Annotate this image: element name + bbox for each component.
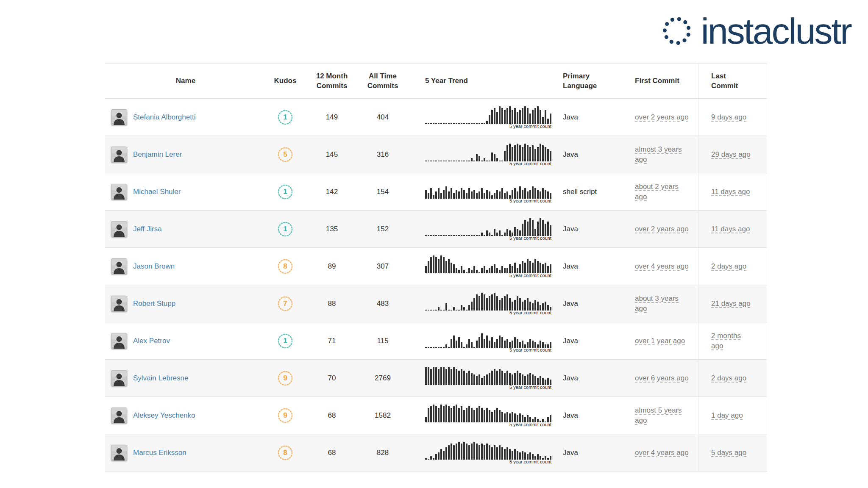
all-time-commits: 828 — [359, 434, 406, 471]
kudos-number: 8 — [283, 449, 287, 457]
trend-cell: 5 year commit count — [425, 329, 551, 352]
trend-sparkline — [425, 217, 551, 236]
instaclustr-logo: instaclustr — [660, 13, 851, 49]
avatar[interactable] — [111, 333, 127, 349]
avatar[interactable] — [111, 258, 127, 274]
column-header-12-month-commits: 12 Month Commits — [313, 72, 351, 91]
twelve-month-commits: 68 — [304, 397, 359, 434]
column-header-name: Name — [176, 76, 195, 86]
all-time-commits: 152 — [359, 211, 406, 247]
table-row: Stefania Alborghetti 1 149 404 5 year co… — [105, 99, 767, 136]
kudos-badge: 1 — [276, 220, 295, 238]
trend-sparkline — [425, 143, 551, 161]
kudos-badge: 1 — [276, 332, 295, 350]
trend-sparkline — [425, 292, 551, 311]
trend-caption: 5 year commit count — [509, 385, 551, 390]
primary-language: Java — [554, 136, 618, 173]
all-time-commits: 1582 — [359, 397, 406, 434]
contributor-name-link[interactable]: Alex Petrov — [133, 337, 170, 345]
all-time-commits: 154 — [359, 173, 406, 210]
contributor-name-link[interactable]: Marcus Eriksson — [133, 449, 186, 457]
avatar[interactable] — [111, 147, 127, 163]
trend-sparkline — [425, 105, 551, 124]
table-body: Stefania Alborghetti 1 149 404 5 year co… — [105, 99, 767, 471]
first-commit-link[interactable]: over 4 years ago — [635, 448, 689, 458]
contributor-name-link[interactable]: Jeff Jirsa — [133, 225, 162, 233]
all-time-commits: 404 — [359, 99, 406, 136]
last-commit-link[interactable]: 2 days ago — [711, 261, 746, 272]
twelve-month-commits: 68 — [304, 434, 359, 471]
twelve-month-commits: 71 — [304, 322, 359, 359]
trend-caption: 5 year commit count — [509, 460, 551, 464]
table-row: Jason Brown 8 89 307 5 year commit count… — [105, 248, 767, 285]
kudos-number: 1 — [283, 188, 287, 196]
kudos-number: 9 — [283, 374, 287, 383]
instaclustr-logo-icon — [660, 14, 693, 47]
all-time-commits: 316 — [359, 136, 406, 173]
trend-caption: 5 year commit count — [509, 124, 551, 129]
twelve-month-commits: 89 — [304, 248, 359, 285]
kudos-badge: 7 — [276, 294, 295, 313]
primary-language: shell script — [554, 173, 618, 210]
trend-sparkline — [425, 441, 551, 460]
twelve-month-commits: 149 — [304, 99, 359, 136]
column-header-kudos: Kudos — [274, 76, 297, 86]
first-commit-link[interactable]: over 2 years ago — [635, 224, 689, 234]
trend-caption: 5 year commit count — [509, 161, 551, 166]
first-commit-link[interactable]: about 3 years ago — [635, 294, 691, 314]
avatar[interactable] — [111, 408, 127, 424]
trend-cell: 5 year commit count — [425, 105, 551, 129]
table-row: Michael Shuler 1 142 154 5 year commit c… — [105, 173, 767, 211]
last-commit-link[interactable]: 11 days ago — [711, 224, 750, 234]
avatar[interactable] — [111, 445, 127, 461]
primary-language: Java — [554, 285, 618, 322]
avatar[interactable] — [111, 184, 127, 200]
contributor-name-link[interactable]: Stefania Alborghetti — [133, 113, 195, 122]
last-commit-link[interactable]: 2 days ago — [711, 373, 746, 383]
contributor-name-link[interactable]: Robert Stupp — [133, 299, 175, 308]
last-commit-link[interactable]: 2 months ago — [711, 331, 752, 351]
kudos-number: 1 — [283, 337, 287, 345]
twelve-month-commits: 88 — [304, 285, 359, 322]
column-header-all-time-commits: All Time Commits — [366, 72, 400, 91]
table-row: Benjamin Lerer 5 145 316 5 year commit c… — [105, 136, 767, 173]
last-commit-link[interactable]: 1 day ago — [711, 410, 743, 421]
last-commit-link[interactable]: 11 days ago — [711, 187, 750, 197]
last-commit-link[interactable]: 9 days ago — [711, 112, 746, 122]
primary-language: Java — [554, 322, 618, 359]
contributor-name-link[interactable]: Benjamin Lerer — [133, 150, 182, 159]
last-commit-link[interactable]: 5 days ago — [711, 448, 746, 458]
contributor-name-link[interactable]: Sylvain Lebresne — [133, 374, 188, 383]
primary-language: Java — [554, 211, 618, 247]
first-commit-link[interactable]: almost 5 years ago — [635, 405, 691, 426]
trend-cell: 5 year commit count — [425, 366, 551, 390]
table-header: Name Kudos 12 Month Commits All Time Com… — [105, 64, 767, 99]
contributor-name-link[interactable]: Aleksey Yeschenko — [133, 411, 195, 420]
table-row: Jeff Jirsa 1 135 152 5 year commit count… — [105, 211, 767, 248]
column-header-first-commit: First Commit — [635, 76, 679, 86]
first-commit-link[interactable]: over 6 years ago — [635, 373, 689, 383]
table-row: Alex Petrov 1 71 115 5 year commit count… — [105, 322, 767, 360]
trend-cell: 5 year commit count — [425, 404, 551, 427]
first-commit-link[interactable]: about 2 years ago — [635, 182, 691, 202]
first-commit-link[interactable]: over 4 years ago — [635, 261, 689, 272]
table-row: Aleksey Yeschenko 9 68 1582 5 year commi… — [105, 397, 767, 434]
first-commit-link[interactable]: over 2 years ago — [635, 112, 689, 122]
primary-language: Java — [554, 397, 618, 434]
primary-language: Java — [554, 434, 618, 471]
trend-cell: 5 year commit count — [425, 441, 551, 464]
last-commit-link[interactable]: 29 days ago — [711, 150, 751, 160]
first-commit-link[interactable]: over 1 year ago — [635, 336, 685, 346]
last-commit-link[interactable]: 21 days ago — [711, 299, 751, 309]
avatar[interactable] — [111, 109, 127, 125]
kudos-badge: 1 — [276, 183, 295, 201]
all-time-commits: 483 — [359, 285, 406, 322]
avatar[interactable] — [111, 221, 127, 237]
avatar[interactable] — [111, 296, 127, 312]
all-time-commits: 307 — [359, 248, 406, 285]
contributor-name-link[interactable]: Jason Brown — [133, 262, 175, 271]
contributor-name-link[interactable]: Michael Shuler — [133, 188, 181, 196]
first-commit-link[interactable]: almost 3 years ago — [635, 144, 691, 165]
avatar[interactable] — [111, 370, 127, 386]
trend-cell: 5 year commit count — [425, 292, 551, 315]
